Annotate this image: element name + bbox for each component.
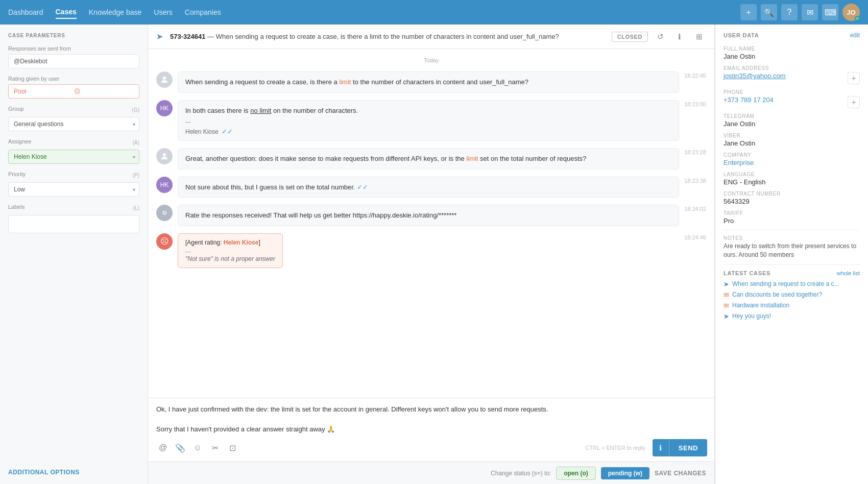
agent-avatar-4: HK [156, 177, 173, 193]
labels-field: Labels (L) [8, 204, 139, 233]
phone-value[interactable]: +373 789 17 204 [724, 96, 774, 104]
nav-companies[interactable]: Companies [185, 6, 221, 18]
group-select[interactable]: General questions [8, 117, 139, 131]
notes-field: NOTES Are ready to switch from their pre… [724, 235, 860, 259]
formatting-tool[interactable]: ✂ [207, 440, 223, 455]
message-bubble-2: In both cases there is no limit on the n… [178, 100, 679, 141]
whole-list-link[interactable]: whole list [837, 270, 860, 276]
online-dot [855, 16, 860, 21]
rating-bubble-6: [Agent rating: Helen Kiose] — "Not sure"… [178, 233, 283, 268]
case-params-title: CASE PARAMETERS [8, 33, 139, 38]
labels-row: Labels (L) [8, 204, 139, 212]
nav-users[interactable]: Users [154, 6, 173, 18]
message-icon[interactable]: ✉ [802, 4, 818, 20]
priority-shortcut: (P) [133, 173, 139, 178]
info-icon[interactable]: ℹ [672, 30, 687, 44]
message-time-1: 18:22:45 [684, 71, 706, 79]
language-label: LANGUAGE [724, 172, 860, 177]
help-icon[interactable]: ? [781, 4, 798, 20]
message-bubble-1: When sending a request to create a case,… [178, 71, 679, 93]
rating-agent: Helen Kiose [224, 239, 259, 246]
group-field: Group (G) General questions ▾ [8, 106, 139, 131]
search-icon[interactable]: 🔍 [761, 4, 777, 20]
case-header: ➤ 573-324641 — When sending a request to… [148, 25, 714, 49]
history-icon[interactable]: ↺ [653, 30, 667, 44]
nav-knowledge[interactable]: Knowledge base [89, 6, 142, 18]
mention-tool[interactable]: @ [155, 440, 171, 455]
bot-avatar-5: ⚙ [156, 205, 173, 221]
sad-face-icon: ☹ [74, 88, 134, 95]
group-select-wrap: General questions ▾ [8, 117, 139, 131]
latest-case-text-2: Can discounts be used together? [732, 291, 822, 298]
priority-select[interactable]: Low [8, 182, 139, 197]
send-wrap: ℹ SEND [653, 439, 707, 456]
group-row: Group (G) [8, 106, 139, 114]
rating-title: [Agent rating: Helen Kiose] [185, 239, 275, 246]
case-id-title: 573-324641 — When sending a request to c… [170, 33, 607, 40]
latest-cases-title: LATEST CASES [724, 270, 770, 276]
message-text-4: Not sure about this, but I guess is set … [185, 182, 671, 192]
emoji-tool[interactable]: ☺ [190, 440, 205, 455]
latest-case-text-4: Hey you guys! [732, 312, 771, 320]
day-divider: Today [156, 57, 706, 63]
message-footer-2: — [185, 118, 671, 125]
compose-hint: CTRL + ENTER to reply [586, 445, 645, 451]
message-text-1: When sending a request to create a case,… [185, 77, 671, 87]
status-pending-button[interactable]: pending (w) [601, 467, 649, 479]
telegram-field: TELEGRAM Jane Ostin [724, 113, 860, 128]
latest-cases-header: LATEST CASES whole list [724, 270, 860, 276]
puzzle-icon[interactable]: ⊞ [692, 30, 706, 44]
send-info-button[interactable]: ℹ [653, 439, 669, 456]
case-email-icon-2: ✉ [724, 291, 729, 299]
latest-case-3[interactable]: ✉ Hardware installation [724, 302, 860, 309]
assignee-label: Assignee [8, 138, 31, 144]
labels-input[interactable] [8, 215, 139, 233]
compose-area: Ok, I have just confirmed with the dev: … [148, 398, 714, 462]
responses-field: Responses are sent from [8, 45, 139, 68]
save-changes-button[interactable]: SAVE CHANGES [655, 470, 706, 477]
nav-cases[interactable]: Cases [56, 6, 77, 19]
status-open-button[interactable]: open (o) [556, 467, 595, 480]
viber-label: VIBER [724, 133, 860, 138]
rating-field: Rating given by user Poor ☹ [8, 76, 139, 99]
priority-row: Priority (P) [8, 171, 139, 180]
additional-options[interactable]: ADDITIONAL OPTIONS [8, 469, 139, 476]
notes-label: NOTES [724, 235, 860, 241]
email-value[interactable]: jostin35@yahoo.com [724, 72, 786, 80]
tariff-label: TARIFF [724, 210, 860, 216]
message-6: ☹ [Agent rating: Helen Kiose] — "Not sur… [156, 233, 706, 268]
assignee-row: Assignee (A) [8, 138, 139, 147]
attach-tool[interactable]: 📎 [173, 440, 188, 455]
priority-label: Priority [8, 171, 26, 177]
company-field: COMPANY Enterprise [724, 152, 860, 166]
contract-field: CONTRACT NUMBER 5643329 [724, 191, 860, 205]
latest-case-1[interactable]: ➤ When sending a request to create a c..… [724, 280, 860, 288]
email-label: EMAIL ADDRESS [724, 65, 860, 71]
company-label: COMPANY [724, 152, 860, 158]
latest-case-2[interactable]: ✉ Can discounts be used together? [724, 291, 860, 299]
message-time-2: 18:23:00 [684, 100, 706, 107]
edit-user-button[interactable]: edit [850, 32, 860, 39]
assignee-select[interactable]: Helen Kiose [8, 150, 139, 164]
add-icon[interactable]: ＋ [740, 4, 757, 20]
message-bubble-3: Great, another question: does it make se… [178, 148, 679, 170]
case-email-icon-3: ✉ [724, 302, 729, 309]
company-value[interactable]: Enterprise [724, 159, 860, 166]
user-data-header: USER DATA edit [724, 32, 860, 39]
add-phone-button[interactable]: + [848, 96, 860, 108]
responses-input[interactable] [8, 54, 139, 68]
latest-case-text-3: Hardware installation [732, 302, 789, 309]
template-tool[interactable]: ⊡ [225, 440, 240, 455]
nav-dashboard[interactable]: Dashboard [8, 6, 43, 18]
group-shortcut: (G) [132, 107, 139, 113]
keyboard-icon[interactable]: ⌨ [822, 4, 838, 20]
send-arrow-icon: ➤ [156, 32, 163, 41]
compose-text[interactable]: Ok, I have just confirmed with the dev: … [148, 398, 714, 437]
case-arrow-icon-1: ➤ [724, 280, 729, 288]
add-email-button[interactable]: + [848, 72, 860, 84]
latest-case-4[interactable]: ➤ Hey you guys! [724, 312, 860, 320]
language-value: ENG - English [724, 178, 860, 186]
send-button[interactable]: SEND [669, 439, 707, 456]
viber-field: VIBER Jane Ostin [724, 133, 860, 147]
user-avatar-wrap[interactable]: JO [842, 4, 860, 21]
